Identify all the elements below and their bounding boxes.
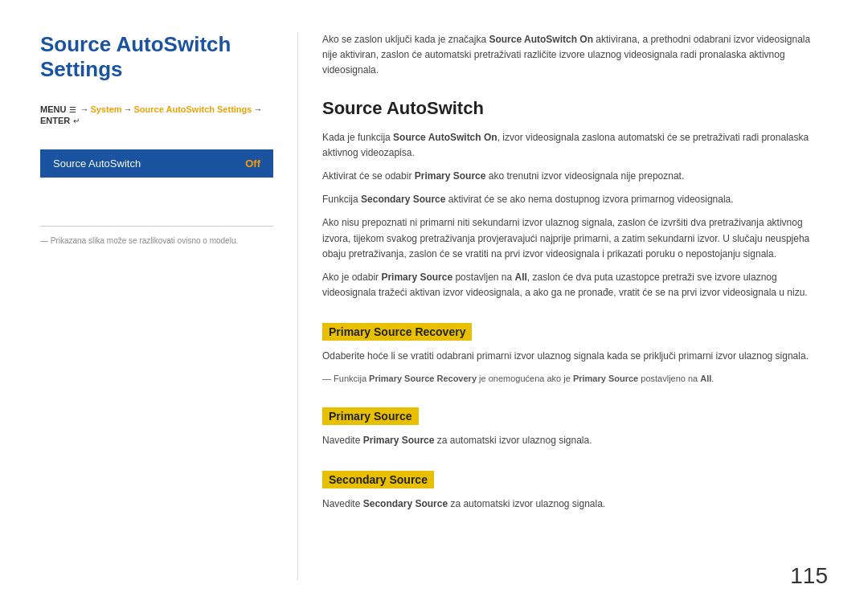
subsection1-note: Funkcija Primary Source Recovery je onem… xyxy=(322,372,828,386)
page-title: Source AutoSwitch Settings xyxy=(40,32,273,82)
divider-line xyxy=(40,226,273,227)
body-text-3: Funkcija Secondary Source aktivirat će s… xyxy=(322,192,828,207)
page-container: Source AutoSwitch Settings MENU ☰ → Syst… xyxy=(0,0,868,613)
menu-arrow-1: → xyxy=(80,104,88,114)
subsection3-title: Secondary Source xyxy=(322,471,434,488)
source-autoswitch-bar: Source AutoSwitch Off xyxy=(40,149,273,178)
menu-setting: Source AutoSwitch Settings xyxy=(134,104,252,114)
bar-label: Source AutoSwitch xyxy=(53,157,141,170)
bar-value: Off xyxy=(245,157,260,170)
right-column: Ako se zaslon uključi kada je značajka S… xyxy=(297,32,828,581)
menu-icon-1: ☰ xyxy=(69,105,76,114)
menu-path: MENU ☰ → System → Source AutoSwitch Sett… xyxy=(40,104,273,125)
intro-text: Ako se zaslon uključi kada je značajka S… xyxy=(322,32,828,79)
body-text-2: Aktivirat će se odabir Primary Source ak… xyxy=(322,169,828,184)
menu-icon-2: ↵ xyxy=(73,116,80,125)
menu-system: System xyxy=(90,104,121,114)
section-title-main: Source AutoSwitch xyxy=(322,98,828,119)
subsection1-title: Primary Source Recovery xyxy=(322,323,472,341)
subsection1-para1: Odaberite hoće li se vratiti odabrani pr… xyxy=(322,349,828,364)
page-number: 115 xyxy=(790,563,828,589)
left-column: Source AutoSwitch Settings MENU ☰ → Syst… xyxy=(40,32,297,581)
body-text-5: Ako je odabir Primary Source postavljen … xyxy=(322,270,828,300)
menu-arrow-3: → xyxy=(253,104,262,114)
image-note: ― Prikazana slika može se razlikovati ov… xyxy=(40,236,273,245)
body-text-4: Ako nisu prepoznati ni primarni niti sek… xyxy=(322,215,828,262)
subsection2-title: Primary Source xyxy=(322,407,419,425)
menu-enter: ENTER xyxy=(40,116,70,125)
menu-label: MENU xyxy=(40,104,66,114)
body-text-1: Kada je funkcija Source AutoSwitch On, i… xyxy=(322,130,828,161)
subsection3-para1: Navedite Secondary Source za automatski … xyxy=(322,497,828,512)
menu-arrow-2: → xyxy=(124,104,133,114)
subsection2-para1: Navedite Primary Source za automatski iz… xyxy=(322,433,828,448)
